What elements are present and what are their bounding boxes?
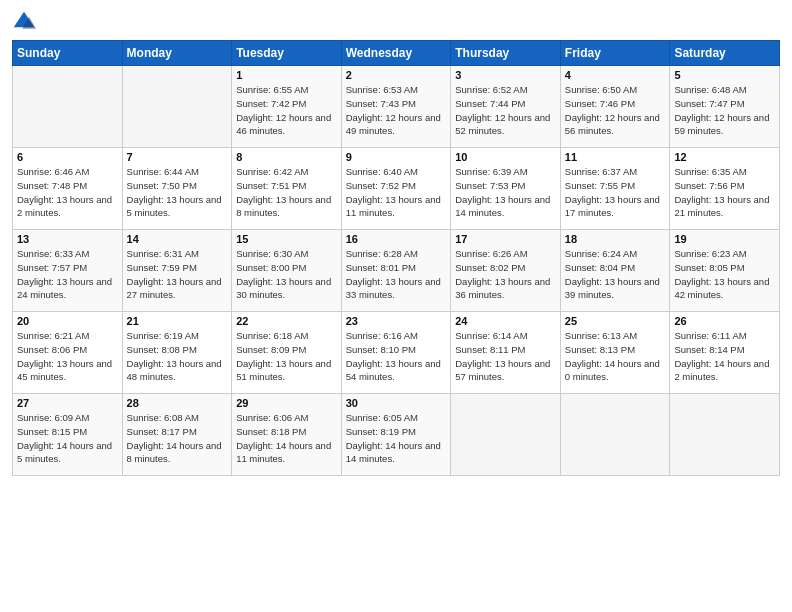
table-row: 19Sunrise: 6:23 AMSunset: 8:05 PMDayligh… xyxy=(670,230,780,312)
calendar-table: Sunday Monday Tuesday Wednesday Thursday… xyxy=(12,40,780,476)
day-number: 8 xyxy=(236,151,337,163)
col-thursday: Thursday xyxy=(451,41,561,66)
day-detail: Sunrise: 6:33 AMSunset: 7:57 PMDaylight:… xyxy=(17,247,118,302)
day-detail: Sunrise: 6:53 AMSunset: 7:43 PMDaylight:… xyxy=(346,83,447,138)
day-detail: Sunrise: 6:40 AMSunset: 7:52 PMDaylight:… xyxy=(346,165,447,220)
day-detail: Sunrise: 6:23 AMSunset: 8:05 PMDaylight:… xyxy=(674,247,775,302)
calendar-header-row: Sunday Monday Tuesday Wednesday Thursday… xyxy=(13,41,780,66)
table-row: 15Sunrise: 6:30 AMSunset: 8:00 PMDayligh… xyxy=(232,230,342,312)
day-detail: Sunrise: 6:31 AMSunset: 7:59 PMDaylight:… xyxy=(127,247,228,302)
calendar-week-row: 27Sunrise: 6:09 AMSunset: 8:15 PMDayligh… xyxy=(13,394,780,476)
table-row: 3Sunrise: 6:52 AMSunset: 7:44 PMDaylight… xyxy=(451,66,561,148)
day-number: 22 xyxy=(236,315,337,327)
table-row: 13Sunrise: 6:33 AMSunset: 7:57 PMDayligh… xyxy=(13,230,123,312)
logo-icon xyxy=(12,10,36,34)
table-row: 16Sunrise: 6:28 AMSunset: 8:01 PMDayligh… xyxy=(341,230,451,312)
day-number: 15 xyxy=(236,233,337,245)
col-monday: Monday xyxy=(122,41,232,66)
table-row: 20Sunrise: 6:21 AMSunset: 8:06 PMDayligh… xyxy=(13,312,123,394)
day-number: 18 xyxy=(565,233,666,245)
calendar-week-row: 1Sunrise: 6:55 AMSunset: 7:42 PMDaylight… xyxy=(13,66,780,148)
table-row: 12Sunrise: 6:35 AMSunset: 7:56 PMDayligh… xyxy=(670,148,780,230)
calendar-week-row: 6Sunrise: 6:46 AMSunset: 7:48 PMDaylight… xyxy=(13,148,780,230)
day-number: 25 xyxy=(565,315,666,327)
table-row: 17Sunrise: 6:26 AMSunset: 8:02 PMDayligh… xyxy=(451,230,561,312)
table-row: 29Sunrise: 6:06 AMSunset: 8:18 PMDayligh… xyxy=(232,394,342,476)
day-detail: Sunrise: 6:35 AMSunset: 7:56 PMDaylight:… xyxy=(674,165,775,220)
day-number: 5 xyxy=(674,69,775,81)
day-detail: Sunrise: 6:14 AMSunset: 8:11 PMDaylight:… xyxy=(455,329,556,384)
table-row: 27Sunrise: 6:09 AMSunset: 8:15 PMDayligh… xyxy=(13,394,123,476)
day-detail: Sunrise: 6:39 AMSunset: 7:53 PMDaylight:… xyxy=(455,165,556,220)
day-detail: Sunrise: 6:06 AMSunset: 8:18 PMDaylight:… xyxy=(236,411,337,466)
table-row xyxy=(560,394,670,476)
table-row: 7Sunrise: 6:44 AMSunset: 7:50 PMDaylight… xyxy=(122,148,232,230)
day-number: 3 xyxy=(455,69,556,81)
day-number: 14 xyxy=(127,233,228,245)
table-row: 23Sunrise: 6:16 AMSunset: 8:10 PMDayligh… xyxy=(341,312,451,394)
col-saturday: Saturday xyxy=(670,41,780,66)
day-detail: Sunrise: 6:55 AMSunset: 7:42 PMDaylight:… xyxy=(236,83,337,138)
day-number: 20 xyxy=(17,315,118,327)
day-detail: Sunrise: 6:52 AMSunset: 7:44 PMDaylight:… xyxy=(455,83,556,138)
day-number: 30 xyxy=(346,397,447,409)
day-detail: Sunrise: 6:26 AMSunset: 8:02 PMDaylight:… xyxy=(455,247,556,302)
table-row xyxy=(451,394,561,476)
day-number: 9 xyxy=(346,151,447,163)
day-detail: Sunrise: 6:48 AMSunset: 7:47 PMDaylight:… xyxy=(674,83,775,138)
day-number: 17 xyxy=(455,233,556,245)
table-row: 2Sunrise: 6:53 AMSunset: 7:43 PMDaylight… xyxy=(341,66,451,148)
day-detail: Sunrise: 6:16 AMSunset: 8:10 PMDaylight:… xyxy=(346,329,447,384)
table-row: 18Sunrise: 6:24 AMSunset: 8:04 PMDayligh… xyxy=(560,230,670,312)
table-row: 22Sunrise: 6:18 AMSunset: 8:09 PMDayligh… xyxy=(232,312,342,394)
table-row: 30Sunrise: 6:05 AMSunset: 8:19 PMDayligh… xyxy=(341,394,451,476)
table-row xyxy=(122,66,232,148)
day-number: 12 xyxy=(674,151,775,163)
day-detail: Sunrise: 6:42 AMSunset: 7:51 PMDaylight:… xyxy=(236,165,337,220)
table-row: 11Sunrise: 6:37 AMSunset: 7:55 PMDayligh… xyxy=(560,148,670,230)
day-number: 21 xyxy=(127,315,228,327)
day-number: 4 xyxy=(565,69,666,81)
header xyxy=(12,10,780,34)
day-number: 10 xyxy=(455,151,556,163)
day-detail: Sunrise: 6:08 AMSunset: 8:17 PMDaylight:… xyxy=(127,411,228,466)
table-row: 10Sunrise: 6:39 AMSunset: 7:53 PMDayligh… xyxy=(451,148,561,230)
table-row: 14Sunrise: 6:31 AMSunset: 7:59 PMDayligh… xyxy=(122,230,232,312)
calendar-week-row: 13Sunrise: 6:33 AMSunset: 7:57 PMDayligh… xyxy=(13,230,780,312)
table-row: 26Sunrise: 6:11 AMSunset: 8:14 PMDayligh… xyxy=(670,312,780,394)
day-number: 1 xyxy=(236,69,337,81)
table-row: 28Sunrise: 6:08 AMSunset: 8:17 PMDayligh… xyxy=(122,394,232,476)
table-row: 24Sunrise: 6:14 AMSunset: 8:11 PMDayligh… xyxy=(451,312,561,394)
day-detail: Sunrise: 6:21 AMSunset: 8:06 PMDaylight:… xyxy=(17,329,118,384)
day-detail: Sunrise: 6:09 AMSunset: 8:15 PMDaylight:… xyxy=(17,411,118,466)
table-row xyxy=(670,394,780,476)
table-row: 21Sunrise: 6:19 AMSunset: 8:08 PMDayligh… xyxy=(122,312,232,394)
col-friday: Friday xyxy=(560,41,670,66)
day-number: 7 xyxy=(127,151,228,163)
calendar-week-row: 20Sunrise: 6:21 AMSunset: 8:06 PMDayligh… xyxy=(13,312,780,394)
logo xyxy=(12,10,40,34)
day-detail: Sunrise: 6:19 AMSunset: 8:08 PMDaylight:… xyxy=(127,329,228,384)
day-detail: Sunrise: 6:05 AMSunset: 8:19 PMDaylight:… xyxy=(346,411,447,466)
day-detail: Sunrise: 6:28 AMSunset: 8:01 PMDaylight:… xyxy=(346,247,447,302)
table-row: 9Sunrise: 6:40 AMSunset: 7:52 PMDaylight… xyxy=(341,148,451,230)
col-wednesday: Wednesday xyxy=(341,41,451,66)
day-number: 23 xyxy=(346,315,447,327)
day-number: 19 xyxy=(674,233,775,245)
day-detail: Sunrise: 6:30 AMSunset: 8:00 PMDaylight:… xyxy=(236,247,337,302)
day-number: 6 xyxy=(17,151,118,163)
day-number: 28 xyxy=(127,397,228,409)
col-sunday: Sunday xyxy=(13,41,123,66)
day-detail: Sunrise: 6:11 AMSunset: 8:14 PMDaylight:… xyxy=(674,329,775,384)
day-number: 29 xyxy=(236,397,337,409)
day-detail: Sunrise: 6:37 AMSunset: 7:55 PMDaylight:… xyxy=(565,165,666,220)
table-row: 6Sunrise: 6:46 AMSunset: 7:48 PMDaylight… xyxy=(13,148,123,230)
day-detail: Sunrise: 6:18 AMSunset: 8:09 PMDaylight:… xyxy=(236,329,337,384)
day-detail: Sunrise: 6:50 AMSunset: 7:46 PMDaylight:… xyxy=(565,83,666,138)
day-detail: Sunrise: 6:24 AMSunset: 8:04 PMDaylight:… xyxy=(565,247,666,302)
table-row: 25Sunrise: 6:13 AMSunset: 8:13 PMDayligh… xyxy=(560,312,670,394)
day-detail: Sunrise: 6:44 AMSunset: 7:50 PMDaylight:… xyxy=(127,165,228,220)
day-detail: Sunrise: 6:46 AMSunset: 7:48 PMDaylight:… xyxy=(17,165,118,220)
day-number: 13 xyxy=(17,233,118,245)
page-container: Sunday Monday Tuesday Wednesday Thursday… xyxy=(0,0,792,486)
